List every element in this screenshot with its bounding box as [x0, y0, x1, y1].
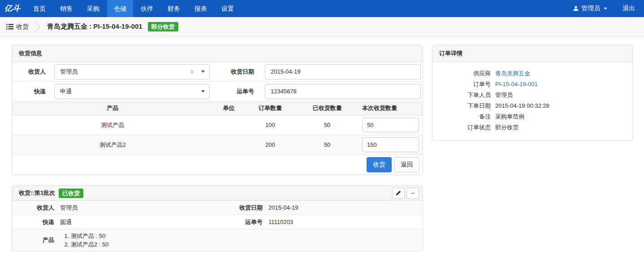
nav-item-reports[interactable]: 报表	[188, 0, 214, 17]
receive-date-input[interactable]	[265, 64, 421, 79]
order-no-label: 订单号	[439, 79, 495, 90]
remark-label: 备注	[439, 111, 495, 122]
breadcrumb-section[interactable]: 收货	[6, 23, 29, 31]
batch-panel: 收货::第1批次 已收货 − 收货人 管理员 收货日期 20	[12, 185, 423, 251]
header-product: 产品	[12, 101, 213, 115]
batch-products-list: 测试产品 : 50 测试产品2 : 50	[60, 232, 423, 249]
batch-status-badge: 已收货	[59, 189, 83, 198]
tracking-no-input[interactable]	[265, 84, 421, 99]
receive-info-panel: 收货信息 收货人 管理员 × 收货日期 快递	[12, 45, 423, 175]
list-icon	[6, 24, 13, 30]
header-ordered-qty: 订单数量	[245, 101, 296, 115]
receiver-select[interactable]: 管理员 ×	[54, 64, 210, 79]
left-column: 收货信息 收货人 管理员 × 收货日期 快递	[12, 45, 423, 251]
nav-item-warehouse[interactable]: 仓储	[107, 0, 133, 17]
cell-product: 测试产品	[12, 115, 213, 135]
cell-unit	[213, 115, 245, 135]
batch-products-label: 产品	[12, 236, 54, 244]
products-table: 产品 单位 订单数量 已收货数量 本次收货数量 测试产品 100 50	[12, 101, 423, 155]
batch-tracking-no-value: 11110203	[263, 219, 423, 225]
header-unit: 单位	[213, 101, 245, 115]
right-column: 订单详情 供应商 青岛龙腾五金 订单号 PI-15-04-19-001 下单人员…	[432, 45, 633, 141]
select-caret-icon	[201, 70, 205, 73]
nav-item-settings[interactable]: 设置	[215, 0, 241, 17]
supplier-label: 供应商	[439, 68, 495, 79]
detail-row-remark: 备注 采购单范例	[439, 111, 626, 122]
batch-row-receiver: 收货人 管理员 收货日期 2015-04-19	[12, 201, 423, 215]
form-actions: 收货 返回	[12, 155, 423, 175]
detail-row-order-person: 下单人员 管理员	[439, 90, 626, 101]
order-person-label: 下单人员	[439, 90, 495, 101]
list-item: 测试产品 : 50	[71, 232, 423, 240]
courier-select-value: 申通	[60, 88, 201, 96]
order-no-link[interactable]: PI-15-04-19-001	[495, 79, 626, 90]
batch-row-products: 产品 测试产品 : 50 测试产品2 : 50	[12, 229, 423, 251]
logout-link[interactable]: 退出	[622, 4, 635, 13]
minus-icon: −	[411, 189, 415, 197]
form-row-courier-tracking: 快递 申通 运单号	[12, 82, 423, 101]
breadcrumb-section-label: 收货	[16, 23, 29, 31]
clear-icon[interactable]: ×	[190, 68, 194, 75]
order-status-value: 部分收货	[495, 122, 626, 133]
header-this-qty: 本次收货数量	[359, 101, 423, 115]
order-date-value: 2015-04-19 00:32:28	[495, 101, 626, 111]
form-row-receiver-date: 收货人 管理员 × 收货日期	[12, 62, 423, 82]
detail-row-order-date: 下单日期 2015-04-19 00:32:28	[439, 101, 626, 111]
chevron-separator-icon	[34, 20, 41, 34]
order-details-panel: 订单详情 供应商 青岛龙腾五金 订单号 PI-15-04-19-001 下单人员…	[432, 45, 633, 141]
table-row: 测试产品2 200 50	[12, 135, 423, 155]
top-navbar: 亿斗 首页 销售 采购 仓储 伙伴 财务 报表 设置 管理员 退出	[0, 0, 644, 17]
page-title: 青岛龙腾五金 : PI-15-04-19-001	[47, 22, 143, 31]
cell-unit	[213, 135, 245, 155]
user-menu[interactable]: 管理员	[573, 4, 607, 13]
breadcrumb: 收货 青岛龙腾五金 : PI-15-04-19-001 部分收货	[0, 17, 644, 37]
batch-panel-header: 收货::第1批次 已收货 −	[12, 186, 423, 201]
nav-item-purchase[interactable]: 采购	[80, 0, 106, 17]
status-badge: 部分收货	[148, 22, 178, 31]
batch-title: 收货::第1批次	[19, 189, 55, 197]
cell-received-qty: 50	[296, 115, 359, 135]
navbar-right: 管理员 退出	[573, 0, 644, 17]
receiver-select-value: 管理员	[60, 68, 190, 76]
nav-item-finance[interactable]: 财务	[161, 0, 187, 17]
order-date-label: 下单日期	[439, 101, 495, 111]
header-received-qty: 已收货数量	[296, 101, 359, 115]
back-button[interactable]: 返回	[394, 157, 419, 172]
batch-tracking-no-label: 运单号	[230, 218, 263, 226]
batch-receiver-label: 收货人	[12, 204, 54, 212]
cell-ordered-qty: 200	[245, 135, 296, 155]
nav-item-home[interactable]: 首页	[26, 0, 52, 17]
supplier-link[interactable]: 青岛龙腾五金	[495, 68, 626, 79]
main-menu: 首页 销售 采购 仓储 伙伴 财务 报表 设置	[26, 0, 241, 17]
edit-batch-button[interactable]	[392, 188, 405, 199]
nav-item-sales[interactable]: 销售	[53, 0, 79, 17]
select-caret-icon	[201, 90, 205, 92]
this-qty-input[interactable]	[362, 118, 419, 132]
courier-label: 快递	[12, 88, 46, 96]
cell-received-qty: 50	[296, 135, 359, 155]
products-table-header: 产品 单位 订单数量 已收货数量 本次收货数量	[12, 101, 423, 115]
order-details-title: 订单详情	[432, 45, 632, 62]
detail-row-supplier: 供应商 青岛龙腾五金	[439, 68, 626, 79]
nav-item-partners[interactable]: 伙伴	[134, 0, 160, 17]
pencil-icon	[396, 190, 401, 196]
batch-tools: −	[392, 188, 419, 199]
courier-select[interactable]: 申通	[54, 84, 210, 99]
cell-ordered-qty: 100	[245, 115, 296, 135]
this-qty-input[interactable]	[362, 137, 419, 152]
receive-button[interactable]: 收货	[367, 157, 392, 172]
batch-row-courier: 快递 圆通 运单号 11110203	[12, 215, 423, 229]
detail-row-order-status: 订单状态 部分收货	[439, 122, 626, 133]
brand-logo[interactable]: 亿斗	[0, 0, 26, 17]
receive-info-title: 收货信息	[12, 45, 423, 62]
list-item: 测试产品2 : 50	[71, 240, 423, 249]
collapse-batch-button[interactable]: −	[406, 188, 419, 199]
user-icon	[573, 5, 579, 12]
main-content: 收货信息 收货人 管理员 × 收货日期 快递	[0, 37, 644, 251]
receiver-label: 收货人	[12, 68, 46, 76]
table-row: 测试产品 100 50	[12, 115, 423, 135]
receive-date-label: 收货日期	[218, 68, 254, 76]
detail-row-order-no: 订单号 PI-15-04-19-001	[439, 79, 626, 90]
batch-courier-label: 快递	[12, 218, 54, 226]
batch-receive-date-label: 收货日期	[230, 204, 263, 212]
